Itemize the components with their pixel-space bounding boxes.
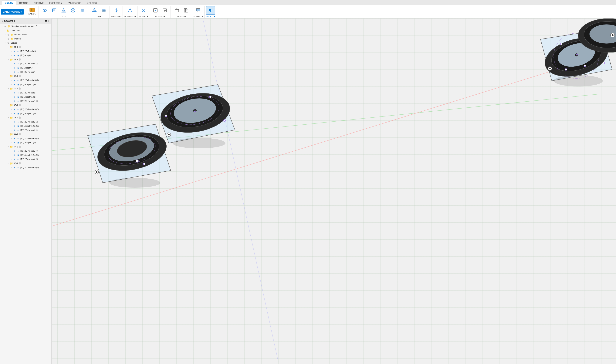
k4-2-op1-vis-icon[interactable]: ◈ (13, 149, 16, 152)
tree-item-units[interactable]: 📐 Units: mm (0, 28, 51, 32)
setups-arrow[interactable] (4, 41, 6, 44)
k2-1-op1-vis-icon[interactable]: ◈ (13, 79, 16, 82)
k3-2-op2-arrow[interactable] (10, 125, 13, 127)
k4-2-op3-vis-icon[interactable]: ◈ (13, 158, 16, 161)
k4-2-op2-arrow[interactable] (10, 154, 13, 156)
tree-item-k4-2[interactable]: 📁 K4-2 (0, 145, 51, 149)
select-label[interactable]: SELECT ▾ (206, 15, 215, 18)
2d-bore-btn[interactable] (68, 6, 78, 14)
setup-button[interactable]: SETUP ▾ (27, 6, 37, 16)
k3-1-op2-arrow[interactable] (10, 112, 13, 115)
tree-item-root[interactable]: ◎ 📁 Speaker Manufacturing v17 (0, 24, 51, 28)
tree-item-k1-2-op2[interactable]: ◈ ▣ [T1] Adaptiv3 (0, 66, 51, 70)
tree-item-k1-2-op3[interactable]: ◈ ◇ [T1] 2D-Kontur4 (0, 70, 51, 74)
tree-item-k4-1-op1[interactable]: ◈ ◇ [T1] 2D-Tasche3 (4) (0, 136, 51, 141)
k1-2-op1-vis-icon[interactable]: ◈ (13, 62, 16, 65)
tree-item-k1-1-op2[interactable]: ◈ ▣ [T1] Adaptiv1 (0, 53, 51, 57)
3d-adaptive-btn[interactable] (90, 6, 99, 14)
k1-1-op1-vis-icon[interactable]: ◈ (13, 50, 16, 53)
tree-item-k1-2[interactable]: 📁 K1-2 (0, 57, 51, 62)
tree-item-k6-1[interactable]: 📁 K6-1 (0, 161, 51, 165)
browser-resize-handle[interactable]: ┊ (48, 20, 49, 22)
tree-item-k3-1[interactable]: 📁 K3-1 (0, 103, 51, 107)
simulate-btn[interactable] (151, 6, 160, 14)
k1-1-op2-arrow[interactable] (10, 54, 13, 57)
k3-2-op1-vis-icon[interactable]: ◈ (13, 120, 16, 123)
k6-1-op1-arrow[interactable] (10, 166, 13, 169)
2d-contour-btn[interactable] (50, 6, 59, 14)
multiaxis-btn[interactable] (126, 6, 135, 14)
tree-item-k2-2[interactable]: 📁 K2-2 (0, 87, 51, 91)
k2-1-op1-arrow[interactable] (10, 79, 13, 82)
k2-2-arrow[interactable] (7, 87, 9, 90)
k2-1-arrow[interactable] (7, 75, 9, 78)
named-views-arrow[interactable] (4, 33, 6, 36)
k4-2-arrow[interactable] (7, 145, 9, 148)
2d-thread-btn[interactable] (78, 6, 87, 14)
tree-item-k3-1-op1[interactable]: ◈ ◇ [T1] 2D-Tasche3 (3) (0, 107, 51, 111)
tree-item-k4-2-op2[interactable]: ◈ ▣ [T1] Adaptiv1 (c) (3) (0, 153, 51, 157)
tree-item-k2-2-op3[interactable]: ◈ ◇ [T1] 2D-Kontur4 (3) (0, 99, 51, 103)
k1-2-op1-arrow[interactable] (10, 62, 13, 65)
k2-1-op2-vis-icon[interactable]: ◈ (13, 83, 16, 86)
tree-item-k1-1[interactable]: 📁 K1-1 (0, 45, 51, 49)
browser-back-icon[interactable]: ◁ (1, 20, 3, 22)
tree-item-k2-1-op1[interactable]: ◈ ◇ [T1] 2D-Tasche3 (2) (0, 78, 51, 82)
tree-item-k2-1[interactable]: 📁 K2-1 (0, 74, 51, 78)
manage-label[interactable]: MANAGE ▾ (177, 15, 186, 18)
k2-2-op2-arrow[interactable] (10, 95, 13, 98)
k4-2-op1-arrow[interactable] (10, 150, 13, 152)
k3-2-op1-arrow[interactable] (10, 120, 13, 123)
k1-2-op3-arrow[interactable] (10, 71, 13, 73)
tree-item-setups[interactable]: ⚙ Setups (0, 41, 51, 45)
k1-1-op1-arrow[interactable] (10, 50, 13, 52)
k4-1-arrow[interactable] (7, 133, 9, 136)
named-views-visibility-icon[interactable]: ◎ (7, 33, 10, 36)
2d-adaptive-btn[interactable] (40, 6, 49, 14)
tree-item-k2-2-op2[interactable]: ◈ ▣ [T1] Adaptiv1 (c) (0, 95, 51, 99)
k3-2-op3-vis-icon[interactable]: ◈ (13, 129, 16, 131)
tree-item-k4-1[interactable]: 📁 K4-1 (0, 132, 51, 136)
tree-item-models[interactable]: ◎ 📁 Models (0, 37, 51, 41)
models-arrow[interactable] (4, 37, 6, 40)
tree-item-k3-1-op2[interactable]: ◈ ▣ [T1] Adaptiv1 (3) (0, 111, 51, 116)
k3-1-op1-vis-icon[interactable]: ◈ (13, 108, 16, 111)
tab-additive[interactable]: ADDITIVE (31, 0, 46, 5)
tab-fabrication[interactable]: FABRICATION (65, 0, 84, 5)
manufacture-button[interactable]: MANUFACTURE ▾ (1, 9, 24, 14)
3d-pocket-btn[interactable] (99, 6, 108, 14)
tree-item-k2-1-op2[interactable]: ◈ ▣ [T1] Adaptiv1 (2) (0, 82, 51, 87)
select-btn[interactable] (206, 6, 215, 14)
k4-2-op3-arrow[interactable] (10, 158, 13, 160)
3d-label[interactable]: 3D ▾ (97, 15, 101, 18)
k1-2-op3-vis-icon[interactable]: ◈ (13, 70, 16, 73)
modify-btn[interactable] (139, 6, 148, 14)
k6-1-op1-vis-icon[interactable]: ◈ (13, 166, 16, 169)
k3-1-op2-vis-icon[interactable]: ◈ (13, 112, 16, 115)
k2-2-op1-vis-icon[interactable]: ◈ (13, 91, 16, 94)
tree-item-k4-1-op2[interactable]: ◈ ▣ [T1] Adaptiv1 (4) (0, 141, 51, 145)
tree-item-k3-2-op1[interactable]: ◈ ◇ [T1] 2D-Kontur5 (2) (0, 120, 51, 124)
tree-item-k4-2-op1[interactable]: ◈ ◇ [T1] 2D-Kontur5 (3) (0, 149, 51, 153)
tab-inspection[interactable]: INSPECTION (46, 0, 65, 5)
drilling-btn[interactable] (112, 6, 121, 14)
k3-2-op2-vis-icon[interactable]: ◈ (13, 124, 16, 128)
k3-2-arrow[interactable] (7, 116, 9, 119)
manage-btn1[interactable] (172, 6, 181, 14)
post-btn[interactable] (160, 6, 169, 14)
tab-utilities[interactable]: UTILITIES (84, 0, 100, 5)
k3-2-op3-arrow[interactable] (10, 129, 13, 131)
k4-1-op2-vis-icon[interactable]: ◈ (13, 141, 16, 144)
k4-2-op2-vis-icon[interactable]: ◈ (13, 154, 16, 156)
k2-1-op2-arrow[interactable] (10, 83, 13, 86)
tree-item-k3-2[interactable]: 📁 K3-2 (0, 116, 51, 120)
tree-item-k1-1-op1[interactable]: ◈ ◇ [T1] 2D-Tasche3 (0, 49, 51, 53)
tree-item-k6-1-op1[interactable]: ◈ ◇ [T1] 2D-Tasche3 (5) (0, 165, 51, 169)
root-arrow[interactable] (1, 25, 3, 27)
k4-1-op2-arrow[interactable] (10, 141, 13, 144)
tab-milling[interactable]: MILLING (2, 0, 16, 5)
tree-item-k1-2-op1[interactable]: ◈ ◇ [T1] 2D-Kontur4 (2) (0, 62, 51, 66)
tree-item-k3-2-op3[interactable]: ◈ ◇ [T1] 2D-Kontur4 (4) (0, 128, 51, 132)
3d-viewport[interactable] (52, 18, 616, 364)
tree-item-named-views[interactable]: ◎ 📁 Named Views (0, 32, 51, 37)
